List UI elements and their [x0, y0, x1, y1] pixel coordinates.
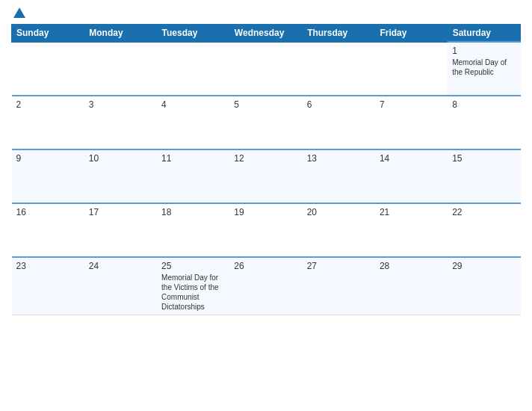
week-row-5: 232425Memorial Day for the Victims of th… — [12, 257, 521, 315]
day-event: Memorial Day of the Republic — [452, 58, 507, 76]
weekday-header-thursday: Thursday — [303, 25, 375, 43]
calendar-table: SundayMondayTuesdayWednesdayThursdayFrid… — [11, 24, 521, 315]
calendar-cell: 14 — [375, 149, 448, 203]
calendar-cell: 12 — [229, 149, 302, 203]
calendar-cell — [84, 42, 157, 96]
calendar-cell: 5 — [229, 96, 302, 149]
week-row-2: 2345678 — [12, 96, 521, 149]
calendar-cell: 25Memorial Day for the Victims of the Co… — [157, 257, 229, 315]
day-number: 27 — [307, 261, 371, 271]
day-number: 1 — [452, 46, 516, 56]
weekday-header-sunday: Sunday — [12, 25, 84, 43]
calendar-cell: 24 — [84, 257, 157, 315]
day-number: 17 — [89, 207, 152, 217]
calendar-cell — [229, 42, 302, 96]
calendar-cell: 8 — [448, 96, 520, 149]
calendar-cell: 20 — [303, 203, 375, 257]
calendar-cell: 9 — [12, 149, 84, 203]
weekday-header-monday: Monday — [84, 25, 157, 43]
calendar-cell: 26 — [229, 257, 302, 315]
day-number: 22 — [452, 207, 516, 217]
weekday-header-tuesday: Tuesday — [157, 25, 229, 43]
day-number: 13 — [307, 153, 371, 164]
day-number: 7 — [380, 99, 443, 110]
day-number: 11 — [161, 153, 225, 164]
calendar-cell: 18 — [157, 203, 229, 257]
day-number: 23 — [16, 261, 80, 271]
day-number: 2 — [16, 99, 80, 110]
calendar-cell: 15 — [448, 149, 520, 203]
calendar-cell: 17 — [84, 203, 157, 257]
day-number: 20 — [307, 207, 371, 217]
day-number: 16 — [16, 207, 80, 217]
calendar-page: SundayMondayTuesdayWednesdayThursdayFrid… — [0, 0, 532, 411]
calendar-cell: 10 — [84, 149, 157, 203]
day-event: Memorial Day for the Victims of the Comm… — [161, 274, 219, 311]
day-number: 14 — [380, 153, 443, 164]
calendar-cell: 11 — [157, 149, 229, 203]
day-number: 9 — [16, 153, 80, 164]
calendar-cell — [12, 42, 84, 96]
day-number: 10 — [89, 153, 152, 164]
calendar-cell: 21 — [375, 203, 448, 257]
day-number: 24 — [89, 261, 152, 271]
calendar-cell: 22 — [448, 203, 520, 257]
header — [11, 7, 521, 18]
day-number: 18 — [161, 207, 225, 217]
day-number: 4 — [161, 99, 225, 110]
calendar-cell: 1Memorial Day of the Republic — [448, 42, 520, 96]
day-number: 26 — [234, 261, 297, 271]
week-row-3: 9101112131415 — [12, 149, 521, 203]
day-number: 8 — [452, 99, 516, 110]
calendar-cell — [303, 42, 375, 96]
calendar-cell: 4 — [157, 96, 229, 149]
calendar-cell: 27 — [303, 257, 375, 315]
day-number: 21 — [380, 207, 443, 217]
day-number: 19 — [234, 207, 297, 217]
calendar-cell: 7 — [375, 96, 448, 149]
weekday-header-friday: Friday — [375, 25, 448, 43]
day-number: 15 — [452, 153, 516, 164]
logo — [11, 7, 27, 18]
day-number: 6 — [307, 99, 371, 110]
calendar-cell: 2 — [12, 96, 84, 149]
calendar-cell: 16 — [12, 203, 84, 257]
calendar-cell: 13 — [303, 149, 375, 203]
calendar-cell — [157, 42, 229, 96]
calendar-cell: 28 — [375, 257, 448, 315]
calendar-cell: 23 — [12, 257, 84, 315]
weekday-header-saturday: Saturday — [448, 25, 520, 43]
calendar-cell: 3 — [84, 96, 157, 149]
day-number: 5 — [234, 99, 297, 110]
calendar-cell — [375, 42, 448, 96]
day-number: 3 — [89, 99, 152, 110]
week-row-1: 1Memorial Day of the Republic — [12, 42, 521, 96]
day-number: 25 — [161, 261, 225, 271]
weekday-header-wednesday: Wednesday — [229, 25, 302, 43]
calendar-cell: 6 — [303, 96, 375, 149]
day-number: 28 — [380, 261, 443, 271]
day-number: 29 — [452, 261, 516, 271]
logo-triangle-icon — [13, 7, 25, 18]
day-number: 12 — [234, 153, 297, 164]
weekday-header-row: SundayMondayTuesdayWednesdayThursdayFrid… — [12, 25, 521, 43]
calendar-cell: 29 — [448, 257, 520, 315]
calendar-cell: 19 — [229, 203, 302, 257]
week-row-4: 16171819202122 — [12, 203, 521, 257]
